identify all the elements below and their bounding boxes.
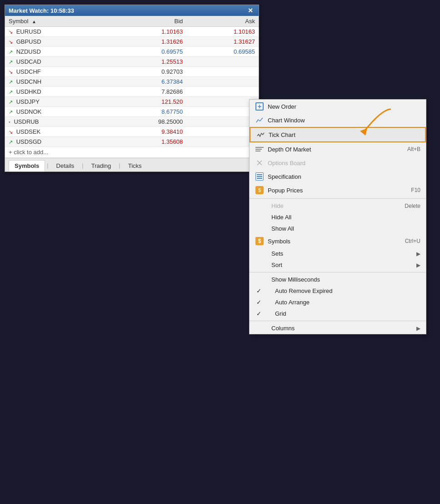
new-order-label: New Order	[268, 103, 296, 110]
table-row[interactable]: ↗ USDCNH 6.37384	[5, 77, 259, 87]
ask-price	[186, 87, 259, 97]
ask-price: 0.69585	[186, 47, 259, 57]
table-row[interactable]: ↗ USDHKD 7.82686	[5, 87, 259, 97]
bid-price: 0.92703	[106, 67, 186, 77]
bid-price: 1.31626	[106, 37, 186, 47]
popup-prices-label: Popup Prices	[268, 187, 303, 194]
bid-price: 0.69575	[106, 47, 186, 57]
menu-item-columns[interactable]: Columns ▶	[250, 323, 426, 334]
ask-price	[186, 77, 259, 87]
add-symbol-label: + click to add...	[5, 147, 259, 158]
auto-remove-label: Auto Remove Expired	[275, 287, 332, 294]
menu-item-auto-arrange[interactable]: ✓ Auto Arrange	[250, 297, 426, 308]
menu-item-specification[interactable]: Specification	[250, 170, 426, 183]
menu-item-show-all[interactable]: Show All	[250, 223, 426, 234]
grid-checkmark: ✓	[255, 310, 262, 317]
table-row[interactable]: ↘ EURUSD 1.10163 1.10163	[5, 27, 259, 37]
menu-item-auto-remove-expired[interactable]: ✓ Auto Remove Expired	[250, 285, 426, 297]
bid-price: 1.25513	[106, 57, 186, 67]
depth-of-market-icon	[255, 145, 264, 154]
close-button[interactable]: ✕	[246, 7, 255, 14]
direction-arrow: ↗	[9, 139, 13, 145]
table-row[interactable]: ↗ NZDUSD 0.69575 0.69585	[5, 47, 259, 57]
symbol-name: USDSEK	[15, 128, 40, 135]
symbols-shortcut: Ctrl+U	[405, 238, 420, 244]
hide-all-label: Hide All	[271, 214, 291, 221]
tab-ticks[interactable]: Ticks	[122, 160, 148, 171]
table-row[interactable]: ↗ USDCAD 1.25513	[5, 57, 259, 67]
add-symbol-row[interactable]: + click to add...	[5, 147, 259, 158]
auto-arrange-checkmark: ✓	[255, 299, 262, 306]
bid-price: 7.82686	[106, 87, 186, 97]
direction-arrow: ↗	[9, 99, 13, 105]
ask-header: Ask	[186, 16, 259, 27]
tab-bar: Symbols | Details | Trading | Ticks	[5, 158, 259, 171]
titlebar: Market Watch: 10:58:33 ✕	[5, 5, 259, 16]
bid-header: Bid	[106, 16, 186, 27]
options-board-icon	[255, 158, 264, 167]
columns-label: Columns	[271, 325, 295, 332]
symbol-name: GBPUSD	[15, 38, 41, 45]
ask-price	[186, 97, 259, 107]
tab-details[interactable]: Details	[50, 160, 80, 171]
symbol-name: USDSGD	[15, 138, 42, 145]
menu-item-sort[interactable]: Sort ▶	[250, 259, 426, 271]
specification-label: Specification	[268, 173, 301, 180]
table-row[interactable]: ↘ USDSEK 9.38410	[5, 127, 259, 137]
symbol-name: USDJPY	[15, 98, 40, 105]
menu-item-symbols[interactable]: $ Symbols Ctrl+U	[250, 234, 426, 248]
table-row[interactable]: ↗ USDJPY 121.520	[5, 97, 259, 107]
direction-arrow: ↗	[9, 49, 13, 55]
chart-window-label: Chart Window	[268, 117, 305, 124]
direction-arrow: ↘	[9, 29, 13, 35]
table-row[interactable]: ↘ USDCHF 0.92703	[5, 67, 259, 77]
ask-price	[186, 127, 259, 137]
menu-item-show-milliseconds[interactable]: Show Milliseconds	[250, 274, 426, 285]
table-row[interactable]: • USDRUB 98.25000	[5, 117, 259, 127]
table-row[interactable]: ↗ USDSGD 1.35608	[5, 137, 259, 147]
bid-price: 98.25000	[106, 117, 186, 127]
direction-arrow: ↗	[9, 89, 13, 95]
new-order-icon: +	[255, 102, 264, 111]
table-row[interactable]: ↗ USDNOK 8.67750	[5, 107, 259, 117]
tab-symbols[interactable]: Symbols	[9, 160, 45, 171]
columns-submenu-arrow: ▶	[416, 325, 420, 332]
tick-chart-label: Tick Chart	[269, 131, 295, 138]
hide-shortcut: Delete	[405, 203, 420, 209]
depth-of-market-label: Depth Of Market	[268, 146, 311, 153]
bid-price: 8.67750	[106, 107, 186, 117]
ask-price	[186, 107, 259, 117]
ask-price	[186, 67, 259, 77]
market-table: Symbol ▲ Bid Ask ↘ EURUSD 1.10163 1.1016…	[5, 16, 259, 158]
symbol-header: Symbol ▲	[5, 16, 106, 27]
menu-item-hide: Hide Delete	[250, 200, 426, 212]
bid-price: 1.35608	[106, 137, 186, 147]
bid-price: 9.38410	[106, 127, 186, 137]
separator-2	[250, 272, 426, 272]
show-milliseconds-label: Show Milliseconds	[271, 276, 320, 283]
symbol-name: USDRUB	[12, 118, 39, 125]
ask-price	[186, 117, 259, 127]
direction-arrow: ↘	[9, 129, 13, 135]
direction-arrow: ↗	[9, 109, 13, 115]
table-header-row: Symbol ▲ Bid Ask	[5, 16, 259, 27]
show-all-label: Show All	[271, 225, 294, 232]
sets-label: Sets	[271, 250, 283, 257]
tab-trading[interactable]: Trading	[85, 160, 117, 171]
table-row[interactable]: ↘ GBPUSD 1.31626 1.31627	[5, 37, 259, 47]
symbol-name: USDCAD	[15, 58, 41, 65]
depth-of-market-shortcut: Alt+B	[407, 146, 420, 152]
ask-price: 1.10163	[186, 27, 259, 37]
popup-prices-icon: $	[255, 186, 264, 195]
menu-item-grid[interactable]: ✓ Grid	[250, 308, 426, 319]
symbol-name: NZDUSD	[15, 48, 41, 55]
annotation-arrow	[327, 105, 400, 146]
bid-price: 6.37384	[106, 77, 186, 87]
direction-arrow: ↘	[9, 39, 13, 45]
menu-item-sets[interactable]: Sets ▶	[250, 248, 426, 259]
menu-item-popup-prices[interactable]: $ Popup Prices F10	[250, 183, 426, 197]
auto-remove-checkmark: ✓	[255, 287, 262, 294]
options-board-label: Options Board	[268, 160, 305, 166]
sort-label: Sort	[271, 262, 282, 268]
menu-item-hide-all[interactable]: Hide All	[250, 212, 426, 223]
